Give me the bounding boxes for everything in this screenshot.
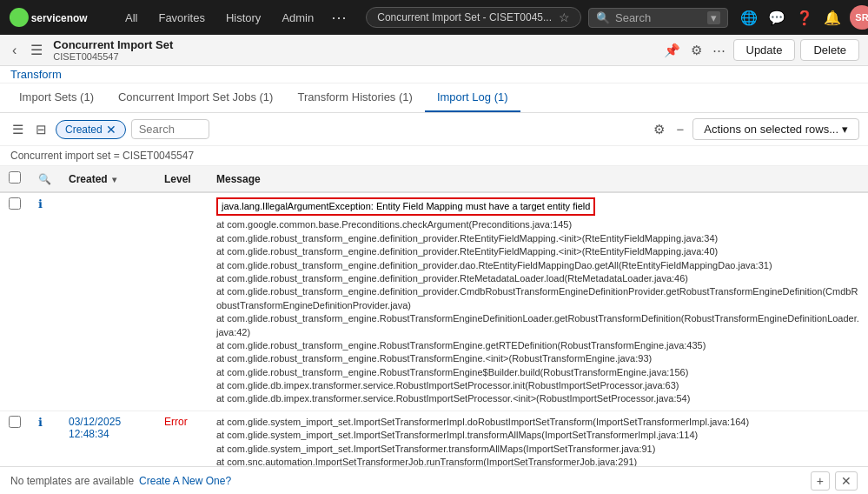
scrollable-area: 🔍 Created ▾ Level Message: [0, 166, 868, 466]
actions-label: Actions on selected rows...: [704, 123, 838, 136]
import-set-label: Concurrent import set = CISET0045547: [0, 146, 868, 166]
filter-button[interactable]: ⊟: [32, 120, 50, 139]
row1-highlight-text: java.lang.IllegalArgumentException: Enti…: [222, 201, 590, 211]
sort-arrow-icon: ▾: [112, 175, 116, 184]
globe-icon-button[interactable]: 🌐: [739, 8, 759, 28]
import-log-table: 🔍 Created ▾ Level Message: [0, 166, 868, 466]
toolbar: ☰ ⊟ Created ✕ ⚙ − Actions on selected ro…: [0, 113, 868, 146]
nav-admin[interactable]: Admin: [275, 8, 321, 28]
record-title-main: Concurrent Import Set: [53, 38, 173, 51]
table-wrapper[interactable]: 🔍 Created ▾ Level Message: [0, 166, 868, 466]
header-search-icon: 🔍: [38, 173, 51, 185]
add-button[interactable]: +: [811, 471, 830, 491]
tabs: Import Sets (1) Concurrent Import Set Jo…: [0, 83, 868, 113]
update-button[interactable]: Update: [733, 39, 796, 61]
search-input[interactable]: [615, 11, 702, 24]
sub-header: ‹ ☰ Concurrent Import Set CISET0045547 📌…: [0, 35, 868, 66]
related-links: Transform: [0, 66, 868, 83]
transform-link[interactable]: Transform: [10, 68, 62, 81]
toolbar-right: ⚙ − Actions on selected rows... ▾: [650, 118, 859, 140]
row2-level-text: Error: [164, 416, 188, 428]
toolbar-collapse-button[interactable]: −: [673, 120, 688, 138]
filter-remove-button[interactable]: ✕: [106, 123, 116, 137]
nav-favorites[interactable]: Favorites: [151, 8, 211, 28]
tab-transform-histories[interactable]: Transform Histories (1): [285, 83, 424, 112]
row1-created-cell: [60, 192, 156, 411]
toolbar-left: ☰ ⊟ Created ✕: [9, 119, 209, 139]
back-button[interactable]: ‹: [9, 41, 20, 60]
header-created-label: Created: [69, 173, 108, 185]
sub-header-actions: 📌 ⚙ ⋯ Update Delete: [661, 39, 860, 61]
row2-info-cell: ℹ: [30, 411, 60, 466]
list-view-button[interactable]: ☰: [9, 120, 27, 139]
bottom-bar: No templates are available Create A New …: [0, 466, 868, 494]
header-checkbox: [0, 166, 30, 192]
row1-checkbox-cell: [0, 192, 30, 411]
pin-button[interactable]: 📌: [661, 40, 683, 61]
chat-icon-button[interactable]: 💬: [766, 8, 787, 28]
bell-icon-button[interactable]: 🔔: [822, 8, 843, 28]
row2-info-icon: ℹ: [38, 416, 43, 429]
filter-badge: Created ✕: [56, 120, 126, 139]
help-icon-button[interactable]: ❓: [794, 8, 815, 28]
record-title-sub: CISET0045547: [53, 51, 173, 62]
table-row: ℹ 03/12/2025 12:48:34 Error at com.glide…: [0, 411, 868, 466]
toolbar-search-input[interactable]: [131, 119, 209, 139]
nav-history[interactable]: History: [219, 8, 268, 28]
table-header-row: 🔍 Created ▾ Level Message: [0, 166, 868, 192]
record-pill: Concurrent Import Set - CISET0045... ☆: [366, 7, 581, 28]
row2-created-cell: 03/12/2025 12:48:34: [60, 411, 156, 466]
table-row: ℹ java.lang.IllegalArgumentException: En…: [0, 192, 868, 411]
logo[interactable]: servicenow: [9, 7, 104, 28]
nav-icons: 🌐 💬 ❓ 🔔 SR: [739, 5, 868, 30]
row1-message-highlight: java.lang.IllegalArgumentException: Enti…: [216, 197, 595, 216]
actions-arrow-icon: ▾: [842, 123, 848, 136]
tab-import-sets[interactable]: Import Sets (1): [7, 83, 106, 112]
no-templates-text: No templates are available: [10, 475, 134, 487]
close-button[interactable]: ✕: [835, 471, 858, 491]
record-pill-star[interactable]: ☆: [559, 10, 570, 24]
header-created[interactable]: Created ▾: [60, 166, 156, 192]
row2-level-cell: Error: [156, 411, 208, 466]
record-pill-label: Concurrent Import Set - CISET0045...: [377, 11, 552, 23]
filter-label: Created: [65, 124, 103, 136]
hamburger-button[interactable]: ☰: [27, 40, 46, 60]
nav-all[interactable]: All: [118, 8, 144, 28]
bottom-right-actions: + ✕: [811, 471, 858, 491]
svg-text:servicenow: servicenow: [31, 12, 89, 24]
search-dropdown-button[interactable]: ▾: [707, 11, 720, 24]
top-nav: servicenow All Favorites History Admin ⋯…: [0, 0, 868, 35]
search-bar: 🔍 ▾: [588, 8, 728, 28]
more-button[interactable]: ⋯: [710, 40, 728, 61]
create-new-link[interactable]: Create A New One?: [139, 475, 231, 487]
row1-message-body: at com.google.common.base.Preconditions.…: [216, 218, 859, 405]
settings-button[interactable]: ⚙: [688, 40, 705, 61]
search-icon: 🔍: [596, 11, 610, 24]
row2-message-cell: at com.glide.system_import_set.ImportSet…: [208, 411, 868, 466]
row2-checkbox[interactable]: [9, 416, 21, 428]
row1-checkbox[interactable]: [9, 197, 21, 210]
select-all-checkbox[interactable]: [9, 171, 21, 184]
row2-checkbox-cell: [0, 411, 30, 466]
toolbar-settings-button[interactable]: ⚙: [650, 120, 668, 139]
row1-message-cell: java.lang.IllegalArgumentException: Enti…: [208, 192, 868, 411]
header-search: 🔍: [30, 166, 60, 192]
row1-info-icon: ℹ: [38, 197, 43, 210]
actions-dropdown-button[interactable]: Actions on selected rows... ▾: [692, 118, 859, 140]
tab-concurrent-jobs[interactable]: Concurrent Import Set Jobs (1): [106, 83, 285, 112]
header-level: Level: [156, 166, 208, 192]
row1-search-cell: ℹ: [30, 192, 60, 411]
avatar[interactable]: SR: [850, 5, 868, 30]
delete-button[interactable]: Delete: [800, 39, 859, 61]
row2-message-body: at com.glide.system_import_set.ImportSet…: [216, 416, 859, 466]
header-message: Message: [208, 166, 868, 192]
svg-point-0: [10, 8, 29, 27]
record-title: Concurrent Import Set CISET0045547: [53, 38, 173, 62]
nav-more-dots[interactable]: ⋯: [328, 8, 350, 27]
row1-level-cell: [156, 192, 208, 411]
tab-import-log[interactable]: Import Log (1): [425, 83, 520, 112]
main-content: ‹ ☰ Concurrent Import Set CISET0045547 📌…: [0, 35, 868, 494]
row2-created-link[interactable]: 03/12/2025 12:48:34: [69, 416, 121, 440]
